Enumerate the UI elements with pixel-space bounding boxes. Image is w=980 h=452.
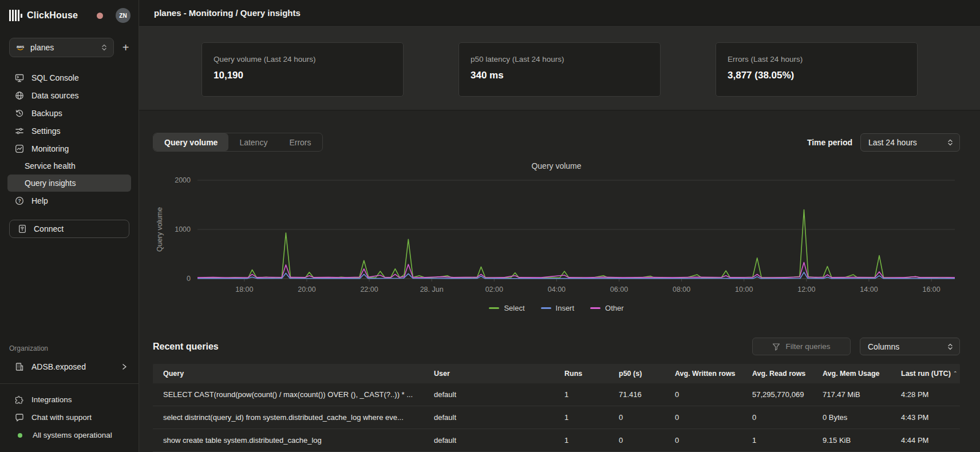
cell-query: select distrinct(query_id) from system.d… — [153, 406, 424, 429]
connect-button[interactable]: Connect — [9, 220, 129, 238]
svg-text:2000: 2000 — [175, 176, 191, 184]
recent-queries-table: Query User Runs p50 (s) Avg. Written row… — [153, 364, 960, 452]
service-selector[interactable]: aws planes — [9, 38, 114, 57]
sidebar-item-label: Help — [31, 196, 48, 205]
sort-asc-icon: ˆ — [954, 364, 957, 383]
stat-card-query-volume: Query volume (Last 24 hours) 10,190 — [201, 42, 404, 97]
status-ok-icon — [18, 433, 22, 438]
svg-text:20:00: 20:00 — [298, 286, 315, 294]
column-header-avg-written[interactable]: Avg. Written rows — [665, 364, 742, 383]
table-body: SELECT CAST(round(pow(count() / max(coun… — [153, 383, 960, 452]
brand-name: ClickHouse — [27, 10, 78, 21]
sidebar-item-help[interactable]: ? Help — [0, 192, 139, 209]
notification-dot-icon — [97, 13, 103, 19]
chart-tabs: Query volume Latency Errors — [153, 133, 323, 152]
stat-label: Errors (Last 24 hours) — [728, 55, 906, 64]
sidebar-item-settings[interactable]: Settings — [0, 122, 139, 140]
svg-text:28. Jun: 28. Jun — [420, 286, 444, 294]
tab-latency[interactable]: Latency — [228, 133, 278, 151]
sidebar-item-data-sources[interactable]: Data sources — [0, 86, 139, 104]
svg-text:04:00: 04:00 — [548, 286, 566, 294]
table-row[interactable]: select distrinct(query_id) from system.d… — [153, 406, 960, 429]
svg-text:Query volume: Query volume — [156, 207, 164, 252]
sidebar-item-service-health[interactable]: Service health — [7, 157, 131, 175]
tab-query-volume[interactable]: Query volume — [153, 133, 228, 151]
sidebar-divider — [0, 383, 139, 384]
chart-legend: SelectInsertOther — [153, 304, 960, 312]
sidebar-item-backups[interactable]: Backups — [0, 104, 139, 122]
legend-item-other[interactable]: Other — [590, 304, 624, 312]
cell-last-run: 4:44 PM — [891, 429, 960, 451]
table-row[interactable]: show create table system.distributed_cac… — [153, 429, 960, 452]
svg-text:16:00: 16:00 — [922, 286, 940, 294]
stat-card-errors: Errors (Last 24 hours) 3,877 (38.05%) — [716, 42, 918, 97]
column-header-runs[interactable]: Runs — [554, 364, 608, 383]
sidebar-item-query-insights[interactable]: Query insights — [7, 175, 131, 192]
svg-text:06:00: 06:00 — [610, 286, 628, 294]
avatar[interactable]: ZN — [116, 8, 131, 23]
legend-swatch-icon — [590, 307, 600, 309]
stat-label: Query volume (Last 24 hours) — [214, 55, 392, 64]
organization-selector[interactable]: ADSB.exposed — [0, 358, 139, 375]
sidebar-item-sql-console[interactable]: SQL Console — [0, 69, 139, 86]
cell-user: default — [424, 429, 554, 451]
column-header-query[interactable]: Query — [153, 364, 424, 383]
sidebar-item-label: SQL Console — [31, 73, 79, 82]
connect-label: Connect — [34, 224, 64, 233]
sidebar-item-label: Monitoring — [31, 144, 69, 153]
columns-label: Columns — [868, 342, 947, 351]
sidebar-item-monitoring[interactable]: Monitoring — [0, 140, 139, 157]
organization-icon — [15, 362, 24, 371]
cell-avg-written: 0 — [665, 429, 742, 451]
svg-text:08:00: 08:00 — [673, 286, 690, 294]
cell-last-run: 4:28 PM — [891, 383, 960, 406]
chart-plot[interactable]: 01000200018:0020:0022:0028. Jun02:0004:0… — [153, 173, 960, 300]
cell-last-run: 4:43 PM — [891, 406, 960, 429]
logo-row: ClickHouse ZN — [0, 6, 139, 25]
add-service-button[interactable]: + — [122, 41, 129, 54]
cell-query: show create table system.distributed_cac… — [153, 429, 424, 451]
backups-icon — [15, 109, 24, 118]
topbar: planes - Monitoring / Query insights — [139, 0, 980, 26]
columns-select[interactable]: Columns — [860, 338, 960, 355]
cell-avg-read: 1 — [742, 429, 812, 451]
cell-avg-read: 0 — [742, 406, 812, 429]
system-status[interactable]: All systems operational — [0, 426, 139, 444]
settings-icon — [15, 126, 24, 136]
column-header-user[interactable]: User — [424, 364, 554, 383]
svg-text:?: ? — [18, 198, 21, 204]
sidebar-item-label: Backups — [31, 109, 62, 118]
service-selector-value: planes — [30, 43, 101, 52]
filter-queries-input[interactable]: Filter queries — [752, 338, 851, 355]
svg-text:0: 0 — [187, 275, 191, 283]
help-icon: ? — [15, 196, 24, 205]
sidebar-nav: SQL Console Data sources Backups Setting… — [0, 69, 139, 209]
sidebar-item-label: Settings — [31, 126, 61, 136]
sql-console-icon — [15, 73, 24, 82]
svg-text:1000: 1000 — [175, 225, 191, 233]
cell-user: default — [424, 383, 554, 406]
column-header-last-run[interactable]: Last run (UTC)ˆ — [891, 364, 960, 383]
sidebar-item-chat-support[interactable]: Chat with support — [0, 409, 139, 426]
sidebar-subitem-label: Service health — [25, 161, 76, 171]
connect-icon — [18, 224, 27, 233]
query-volume-chart: Query volume 01000200018:0020:0022:0028.… — [153, 161, 960, 312]
time-period-select[interactable]: Last 24 hours — [860, 133, 960, 152]
footer-item-label: Chat with support — [31, 413, 92, 422]
cell-runs: 1 — [554, 383, 608, 406]
aws-provider-icon: aws — [15, 43, 25, 52]
tab-errors[interactable]: Errors — [278, 133, 322, 151]
main-area: planes - Monitoring / Query insights Que… — [139, 0, 980, 452]
status-label: All systems operational — [33, 431, 112, 439]
column-header-avg-mem[interactable]: Avg. Mem Usage — [812, 364, 891, 383]
column-header-p50[interactable]: p50 (s) — [608, 364, 665, 383]
sidebar-item-integrations[interactable]: Integrations — [0, 391, 139, 409]
column-header-avg-read[interactable]: Avg. Read rows — [742, 364, 812, 383]
legend-item-insert[interactable]: Insert — [541, 304, 575, 312]
cell-avg-mem: 0 Bytes — [812, 406, 891, 429]
sidebar-subitem-label: Query insights — [25, 179, 76, 188]
organization-section-label: Organization — [0, 344, 139, 352]
clickhouse-logo-icon — [9, 10, 22, 21]
legend-item-select[interactable]: Select — [489, 304, 524, 312]
table-row[interactable]: SELECT CAST(round(pow(count() / max(coun… — [153, 383, 960, 406]
